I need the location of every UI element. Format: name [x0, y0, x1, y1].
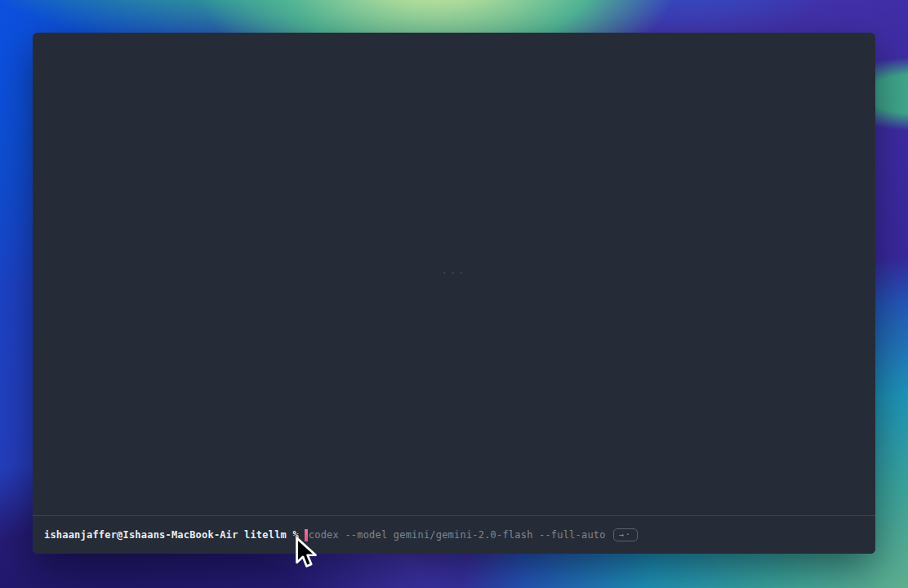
text-cursor-caret [305, 529, 308, 541]
terminal-output-area: ... [33, 33, 875, 515]
shell-prompt-text: ishaanjaffer@Ishaans-MacBook-Air litellm… [44, 529, 299, 541]
terminal-window[interactable]: ... ishaanjaffer@Ishaans-MacBook-Air lit… [33, 33, 875, 554]
loading-ellipsis: ... [33, 265, 875, 276]
autosuggestion-command-text: codex --model gemini/gemini-2.0-flash --… [309, 529, 606, 541]
tab-arrow-icon: →· [619, 531, 632, 539]
desktop-wallpaper: ... ishaanjaffer@Ishaans-MacBook-Air lit… [0, 0, 908, 588]
terminal-prompt-row[interactable]: ishaanjaffer@Ishaans-MacBook-Air litellm… [33, 516, 875, 554]
tab-accept-key-badge: →· [613, 528, 638, 541]
